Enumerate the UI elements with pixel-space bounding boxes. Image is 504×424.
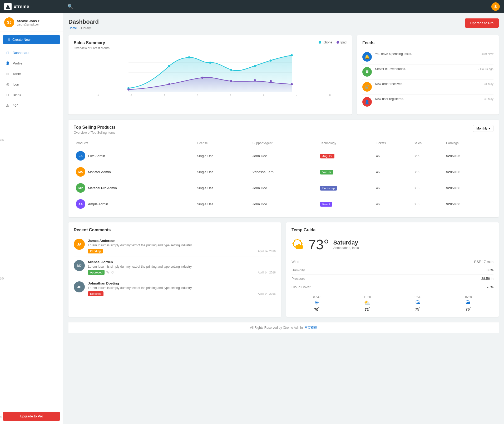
comment-name: Michael Jorden bbox=[88, 260, 276, 264]
feed-time-3: 30 May bbox=[484, 97, 493, 101]
feed-row-3: New user registered. 30 May bbox=[375, 97, 493, 101]
user-avatar-topnav[interactable]: S bbox=[491, 2, 500, 11]
temp-location: Ahmedabad, India bbox=[333, 246, 359, 250]
comment-avatar: JD bbox=[74, 281, 85, 292]
comment-text: Lorem Ipsum is simply dummy text of the … bbox=[88, 286, 276, 290]
table-row: MA Monster Admin Single Use Venessa Fern… bbox=[74, 164, 493, 180]
feed-row-1: Server #1 overloaded. 2 Hours ago bbox=[375, 67, 493, 71]
license-cell: Single Use bbox=[195, 196, 250, 212]
sidebar-item-404[interactable]: ⚠ 404 bbox=[0, 100, 63, 111]
recent-comments-card: Recent Comments JA James Anderson Lorem … bbox=[68, 222, 281, 317]
app-name: xtreme bbox=[14, 4, 29, 9]
header-upgrade-button[interactable]: Upgrade to Pro bbox=[465, 18, 499, 28]
temp-day: Saturday bbox=[333, 239, 359, 246]
svg-point-20 bbox=[291, 83, 293, 85]
comment-avatar: JA bbox=[74, 239, 85, 250]
product-cell: EA Elite Admin bbox=[74, 148, 195, 164]
sidebar: SJ Steave Jobs ▾ varun@gmail.com ⊞ Creat… bbox=[0, 13, 63, 424]
col-tech: Technology bbox=[318, 139, 374, 148]
forecast-partly-cloudy-icon: 🌤 bbox=[414, 300, 422, 306]
main-content: Dashboard Home › Library Upgrade to Pro … bbox=[63, 13, 504, 424]
legend-ipad: Ipad bbox=[337, 41, 347, 44]
sidebar-item-label: Dashboard bbox=[13, 51, 29, 55]
col-license: License bbox=[195, 139, 250, 148]
breadcrumb-home[interactable]: Home bbox=[68, 26, 77, 30]
sidebar-item-profile[interactable]: 👤 Profile bbox=[0, 58, 63, 68]
list-item: JD Johnathan Doeting Lorem Ipsum is simp… bbox=[74, 278, 276, 299]
svg-point-16 bbox=[201, 77, 203, 79]
breadcrumb-library: Library bbox=[81, 26, 91, 30]
edit-icon[interactable]: ✎ bbox=[106, 270, 109, 275]
sidebar-item-label: 404 bbox=[13, 103, 18, 107]
breadcrumb: Home › Library bbox=[68, 26, 99, 30]
feed-text-0: You have 4 pending tasks. bbox=[375, 52, 412, 56]
comment-avatar: MJ bbox=[74, 260, 85, 271]
sidebar-item-table[interactable]: ⊞ Table bbox=[0, 68, 63, 79]
chevron-down-icon: ▾ bbox=[38, 19, 39, 22]
sales-cell: 356 bbox=[412, 196, 444, 212]
comment-actions: ✎♡ bbox=[106, 270, 114, 275]
feeds-card: Feeds 🔔 You have 4 pending tasks. Just N… bbox=[357, 35, 499, 114]
agent-cell: John Doe bbox=[250, 196, 318, 212]
svg-point-18 bbox=[254, 79, 256, 81]
comment-body: James Anderson Lorem Ipsum is simply dum… bbox=[88, 239, 276, 253]
comment-date: April 14, 2016 bbox=[258, 292, 276, 295]
chart-xaxis: 12345678 bbox=[74, 93, 347, 96]
temp-details: Wind ESE 17 mph Humidity 83% Pressure 28… bbox=[291, 258, 493, 291]
search-icon[interactable]: 🔍 bbox=[67, 4, 73, 9]
sales-legend: Iphone Ipad bbox=[319, 41, 347, 44]
temp-hero: 🌤 73° Saturday Ahmedabad, India bbox=[291, 237, 493, 252]
breadcrumb-sep: › bbox=[78, 26, 80, 30]
sales-cell: 356 bbox=[412, 148, 444, 164]
server-icon: 🖥 bbox=[362, 67, 372, 77]
monthly-filter-button[interactable]: Monthly ▾ bbox=[473, 125, 493, 132]
sales-cell: 356 bbox=[412, 164, 444, 180]
create-new-button[interactable]: ⊞ Create New bbox=[3, 35, 60, 44]
page-title: Dashboard bbox=[68, 18, 99, 25]
feeds-list: 🔔 You have 4 pending tasks. Just Now 🖥 S… bbox=[362, 49, 493, 109]
product-cell: MP Material Pro Admin bbox=[74, 180, 195, 196]
svg-point-11 bbox=[254, 65, 256, 67]
detail-pressure: Pressure 28.56 in bbox=[291, 275, 493, 283]
feed-content-1: Server #1 overloaded. 2 Hours ago bbox=[375, 67, 493, 71]
feed-row-2: New order received. 31 May bbox=[375, 82, 493, 86]
heart-icon[interactable]: ♡ bbox=[111, 270, 114, 275]
detail-wind: Wind ESE 17 mph bbox=[291, 258, 493, 266]
feed-content-0: You have 4 pending tasks. Just Now bbox=[375, 52, 493, 56]
agent-cell: John Doe bbox=[250, 180, 318, 196]
svg-point-7 bbox=[168, 65, 170, 67]
forecast-sun-icon: ☀ bbox=[313, 300, 320, 306]
app-logo: xtreme bbox=[4, 3, 67, 10]
legend-label-ipad: Ipad bbox=[340, 41, 347, 44]
sidebar-item-icon[interactable]: ◎ Icon bbox=[0, 79, 63, 89]
sidebar-item-dashboard[interactable]: ⊡ Dashboard bbox=[0, 47, 63, 58]
feeds-title: Feeds bbox=[362, 41, 493, 45]
products-table-body: EA Elite Admin Single Use John Doe Angul… bbox=[74, 148, 493, 212]
svg-point-10 bbox=[230, 69, 232, 71]
status-badge: Rejected bbox=[88, 291, 103, 296]
feed-item-0: 🔔 You have 4 pending tasks. Just Now bbox=[362, 49, 493, 64]
earnings-cell: $2850.06 bbox=[444, 164, 493, 180]
sidebar-user-name: Steave Jobs ▾ bbox=[17, 19, 59, 23]
feed-item-3: 👤 New user registered. 30 May bbox=[362, 94, 493, 109]
svg-point-15 bbox=[168, 83, 170, 85]
search-area[interactable]: 🔍 bbox=[67, 4, 491, 9]
user-registered-icon: 👤 bbox=[362, 97, 372, 107]
agent-cell: John Doe bbox=[250, 148, 318, 164]
comment-date: April 14, 2016 bbox=[258, 271, 276, 274]
sidebar-item-blank[interactable]: □ Blank bbox=[0, 89, 63, 100]
sales-subtitle: Overview of Latest Month bbox=[74, 46, 110, 50]
status-badge: Pending bbox=[88, 249, 103, 253]
top-selling-header: Top Selling Products Overview of Top Sel… bbox=[74, 125, 493, 134]
tech-cell: Bootstrap bbox=[318, 180, 374, 196]
sales-summary-card: Sales Summary Overview of Latest Month I… bbox=[68, 35, 352, 114]
sidebar-upgrade-button[interactable]: Upgrade to Pro bbox=[3, 412, 60, 421]
earnings-cell: $2850.06 bbox=[444, 148, 493, 164]
sidebar-user-info: Steave Jobs ▾ varun@gmail.com bbox=[17, 19, 59, 26]
sidebar-item-label: Blank bbox=[13, 93, 21, 97]
table-row: MP Material Pro Admin Single Use John Do… bbox=[74, 180, 493, 196]
top-navigation: xtreme 🔍 S bbox=[0, 0, 504, 13]
sidebar-user-section: SJ Steave Jobs ▾ varun@gmail.com bbox=[0, 13, 63, 32]
sidebar-user-email: varun@gmail.com bbox=[17, 23, 59, 26]
footer-link[interactable]: 网页模板 bbox=[304, 326, 317, 330]
